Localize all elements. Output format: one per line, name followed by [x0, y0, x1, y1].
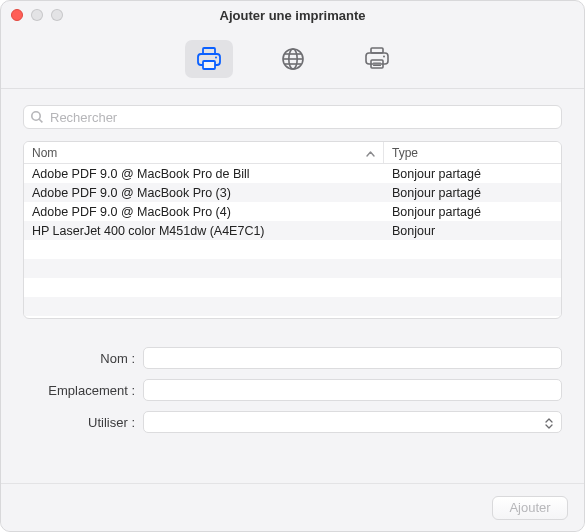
svg-point-3: [215, 56, 217, 58]
advanced-tab-button[interactable]: [353, 40, 401, 78]
sort-ascending-icon: [366, 148, 375, 162]
printer-table: Nom Type Adobe PDF 9.0 @ MacBook Pro de …: [23, 141, 562, 319]
table-row[interactable]: [24, 259, 561, 278]
table-header: Nom Type: [24, 142, 561, 164]
table-row[interactable]: [24, 297, 561, 316]
content-area: Nom Type Adobe PDF 9.0 @ MacBook Pro de …: [1, 89, 584, 483]
name-label: Nom :: [23, 351, 143, 366]
search-icon: [30, 110, 44, 124]
column-header-type-label: Type: [392, 146, 418, 160]
cell-name: Adobe PDF 9.0 @ MacBook Pro (4): [24, 205, 384, 219]
cell-type: Bonjour partagé: [384, 205, 561, 219]
table-row[interactable]: Adobe PDF 9.0 @ MacBook Pro de Bill Bonj…: [24, 164, 561, 183]
search-wrap: [23, 105, 562, 129]
table-body[interactable]: Adobe PDF 9.0 @ MacBook Pro de Bill Bonj…: [24, 164, 561, 318]
search-input[interactable]: [23, 105, 562, 129]
svg-point-10: [32, 112, 40, 120]
svg-rect-0: [203, 48, 215, 54]
location-label: Emplacement :: [23, 383, 143, 398]
add-printer-window: Ajouter une imprimante: [0, 0, 585, 532]
printer-form: Nom : Emplacement : Utiliser :: [23, 341, 562, 449]
footer: Ajouter: [1, 483, 584, 531]
table-row[interactable]: Adobe PDF 9.0 @ MacBook Pro (3) Bonjour …: [24, 183, 561, 202]
titlebar: Ajouter une imprimante: [1, 1, 584, 29]
column-header-name-label: Nom: [32, 146, 57, 160]
add-button-label: Ajouter: [509, 500, 550, 515]
name-field[interactable]: [143, 347, 562, 369]
use-label: Utiliser :: [23, 415, 143, 430]
svg-rect-7: [366, 53, 388, 64]
cell-type: Bonjour partagé: [384, 186, 561, 200]
column-header-type[interactable]: Type: [384, 142, 561, 163]
ip-tab-button[interactable]: [269, 40, 317, 78]
window-title: Ajouter une imprimante: [220, 8, 366, 23]
column-header-name[interactable]: Nom: [24, 142, 384, 163]
select-stepper-icon: [541, 414, 557, 432]
location-field[interactable]: [143, 379, 562, 401]
svg-rect-2: [203, 61, 215, 69]
globe-icon: [280, 46, 306, 72]
minimize-button[interactable]: [31, 9, 43, 21]
cell-name: Adobe PDF 9.0 @ MacBook Pro de Bill: [24, 167, 384, 181]
cell-name: Adobe PDF 9.0 @ MacBook Pro (3): [24, 186, 384, 200]
printer-advanced-icon: [363, 46, 391, 72]
table-row[interactable]: HP LaserJet 400 color M451dw (A4E7C1) Bo…: [24, 221, 561, 240]
toolbar: [1, 29, 584, 89]
table-row[interactable]: Adobe PDF 9.0 @ MacBook Pro (4) Bonjour …: [24, 202, 561, 221]
add-button[interactable]: Ajouter: [492, 496, 568, 520]
cell-type: Bonjour partagé: [384, 167, 561, 181]
window-controls: [11, 9, 63, 21]
table-row[interactable]: [24, 240, 561, 259]
default-tab-button[interactable]: [185, 40, 233, 78]
svg-point-9: [383, 55, 385, 57]
cell-name: HP LaserJet 400 color M451dw (A4E7C1): [24, 224, 384, 238]
close-button[interactable]: [11, 9, 23, 21]
table-row[interactable]: [24, 278, 561, 297]
zoom-button[interactable]: [51, 9, 63, 21]
cell-type: Bonjour: [384, 224, 561, 238]
use-select[interactable]: [143, 411, 562, 433]
printer-icon: [195, 46, 223, 72]
